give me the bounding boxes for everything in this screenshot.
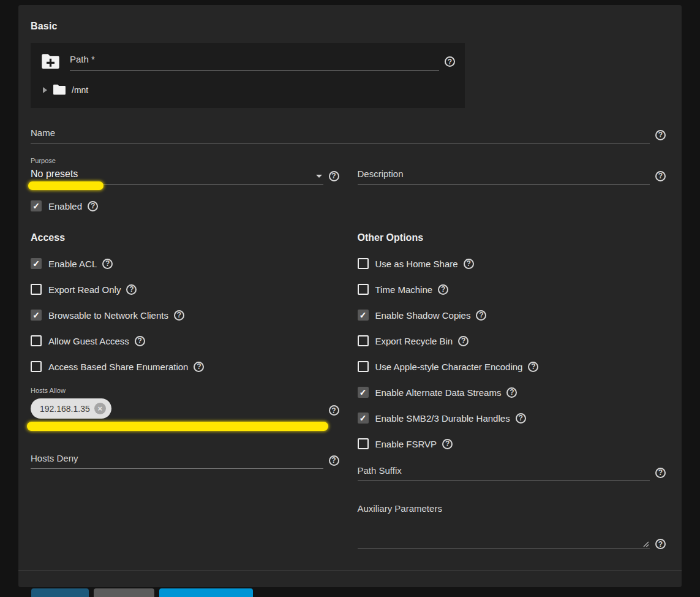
enable-acl-help-icon[interactable]: ? — [102, 259, 113, 269]
durable-handles-checkbox[interactable] — [358, 413, 369, 424]
home-share-row: Use as Home Share ? — [358, 258, 666, 269]
shadow-copies-checkbox[interactable] — [358, 310, 369, 321]
home-share-checkbox[interactable] — [358, 258, 369, 269]
hosts-deny-help-icon[interactable]: ? — [329, 455, 339, 466]
path-input[interactable]: Path * — [70, 53, 439, 70]
guest-access-checkbox[interactable] — [31, 335, 42, 346]
enable-acl-checkbox[interactable] — [31, 258, 42, 269]
apple-encoding-row: Use Apple-style Character Encoding ? — [358, 361, 666, 372]
export-read-only-help-icon[interactable]: ? — [126, 284, 137, 295]
fsrvp-checkbox[interactable] — [358, 438, 369, 449]
tree-node-label: /mnt — [72, 85, 88, 95]
time-machine-label: Time Machine — [375, 284, 433, 295]
cancel-button[interactable]: CANCEL — [94, 588, 154, 597]
path-suffix-input[interactable]: Path Suffix — [358, 464, 650, 481]
shadow-copies-help-icon[interactable]: ? — [476, 310, 486, 321]
enable-acl-row: Enable ACL ? — [31, 258, 339, 269]
yellow-highlight-hosts-allow — [27, 422, 328, 431]
recycle-bin-help-icon[interactable]: ? — [458, 336, 469, 346]
alt-data-streams-checkbox[interactable] — [358, 387, 369, 398]
description-help-icon[interactable]: ? — [655, 171, 666, 181]
export-read-only-checkbox[interactable] — [31, 284, 42, 295]
home-share-help-icon[interactable]: ? — [464, 259, 474, 269]
browsable-checkbox[interactable] — [31, 310, 42, 321]
path-suffix-block: Path Suffix ? — [358, 464, 666, 481]
page-background: Basic Path * ? /mnt — [0, 0, 700, 597]
fsrvp-help-icon[interactable]: ? — [442, 439, 453, 449]
hosts-deny-input[interactable]: Hosts Deny — [31, 452, 323, 469]
fsrvp-label: Enable FSRVP — [375, 439, 437, 449]
purpose-help-icon[interactable]: ? — [329, 171, 339, 181]
path-explorer-panel: Path * ? /mnt — [31, 43, 465, 108]
shadow-copies-label: Enable Shadow Copies — [375, 310, 471, 321]
path-suffix-label: Path Suffix — [358, 465, 402, 476]
options-columns: Access Enable ACL ? Export Read Only ? B… — [31, 230, 666, 549]
chip-remove-icon[interactable]: × — [94, 403, 106, 414]
guest-access-label: Allow Guest Access — [48, 336, 129, 346]
aux-params-label: Auxiliary Parameters — [358, 503, 666, 514]
aux-params-help-icon[interactable]: ? — [655, 539, 666, 549]
description-column: Description ? — [358, 167, 666, 184]
path-suffix-help-icon[interactable]: ? — [655, 468, 666, 478]
abse-help-icon[interactable]: ? — [194, 362, 204, 372]
hosts-allow-chip-value: 192.168.1.35 — [40, 404, 90, 414]
guest-access-help-icon[interactable]: ? — [135, 336, 145, 346]
purpose-selected-value: No presets — [31, 169, 78, 179]
abse-row: Access Based Share Enumeration ? — [31, 361, 339, 372]
browsable-row: Browsable to Network Clients ? — [31, 310, 339, 321]
hosts-allow-input[interactable]: 192.168.1.35 × — [31, 397, 323, 424]
folder-icon — [52, 84, 67, 96]
alt-data-streams-help-icon[interactable]: ? — [506, 387, 517, 398]
durable-handles-label: Enable SMB2/3 Durable Handles — [375, 413, 510, 424]
path-field-row: Path * ? — [40, 53, 455, 70]
purpose-column: Purpose No presets ? — [31, 157, 339, 184]
browsable-help-icon[interactable]: ? — [174, 310, 184, 321]
apple-encoding-checkbox[interactable] — [358, 361, 369, 372]
smb-share-form-card: Basic Path * ? /mnt — [18, 5, 682, 587]
name-help-icon[interactable]: ? — [655, 130, 666, 140]
hosts-deny-label: Hosts Deny — [31, 453, 78, 463]
basic-options-button[interactable]: BASIC OPTIONS — [159, 588, 254, 597]
enabled-row: Enabled ? — [31, 200, 666, 211]
purpose-description-row: Purpose No presets ? Description ? — [31, 157, 666, 184]
time-machine-help-icon[interactable]: ? — [438, 284, 448, 295]
abse-checkbox[interactable] — [31, 361, 42, 372]
fsrvp-row: Enable FSRVP ? — [358, 438, 666, 449]
enabled-checkbox[interactable] — [31, 200, 42, 211]
purpose-field-label: Purpose — [31, 157, 339, 164]
durable-handles-help-icon[interactable]: ? — [516, 413, 526, 424]
section-heading-access: Access — [31, 232, 339, 243]
time-machine-checkbox[interactable] — [358, 284, 369, 295]
path-input-label: Path * — [70, 54, 95, 64]
durable-handles-row: Enable SMB2/3 Durable Handles ? — [358, 413, 666, 424]
submit-button[interactable]: SUBMIT — [31, 588, 89, 597]
apple-encoding-help-icon[interactable]: ? — [528, 362, 538, 372]
hosts-allow-label: Hosts Allow — [31, 387, 339, 394]
tree-node-mnt[interactable]: /mnt — [40, 84, 455, 96]
expand-arrow-icon[interactable] — [43, 87, 47, 93]
recycle-bin-checkbox[interactable] — [358, 335, 369, 346]
aux-params-textarea[interactable] — [358, 520, 650, 549]
shadow-copies-row: Enable Shadow Copies ? — [358, 310, 666, 321]
access-column: Access Enable ACL ? Export Read Only ? B… — [31, 230, 339, 549]
apple-encoding-label: Use Apple-style Character Encoding — [375, 362, 523, 372]
actions-bar: SUBMIT CANCEL BASIC OPTIONS — [31, 571, 666, 597]
hosts-deny-block: Hosts Deny ? — [31, 452, 339, 469]
recycle-bin-label: Export Recycle Bin — [375, 336, 453, 346]
enabled-label: Enabled — [48, 201, 82, 211]
alt-data-streams-row: Enable Alternate Data Streams ? — [358, 387, 666, 398]
home-share-label: Use as Home Share — [375, 259, 458, 269]
description-input[interactable]: Description — [358, 167, 650, 184]
enabled-help-icon[interactable]: ? — [88, 201, 98, 211]
hosts-allow-help-icon[interactable]: ? — [329, 405, 339, 416]
yellow-highlight-purpose — [28, 181, 103, 190]
browsable-label: Browsable to Network Clients — [48, 310, 168, 321]
abse-label: Access Based Share Enumeration — [48, 362, 188, 372]
path-help-icon[interactable]: ? — [445, 56, 455, 67]
resize-grip-icon[interactable] — [642, 541, 649, 547]
aux-params-block: Auxiliary Parameters ? — [358, 503, 666, 549]
name-input-label: Name — [31, 127, 55, 138]
name-input[interactable]: Name — [31, 126, 650, 143]
purpose-select[interactable]: No presets — [31, 167, 323, 184]
enable-acl-label: Enable ACL — [48, 259, 97, 269]
